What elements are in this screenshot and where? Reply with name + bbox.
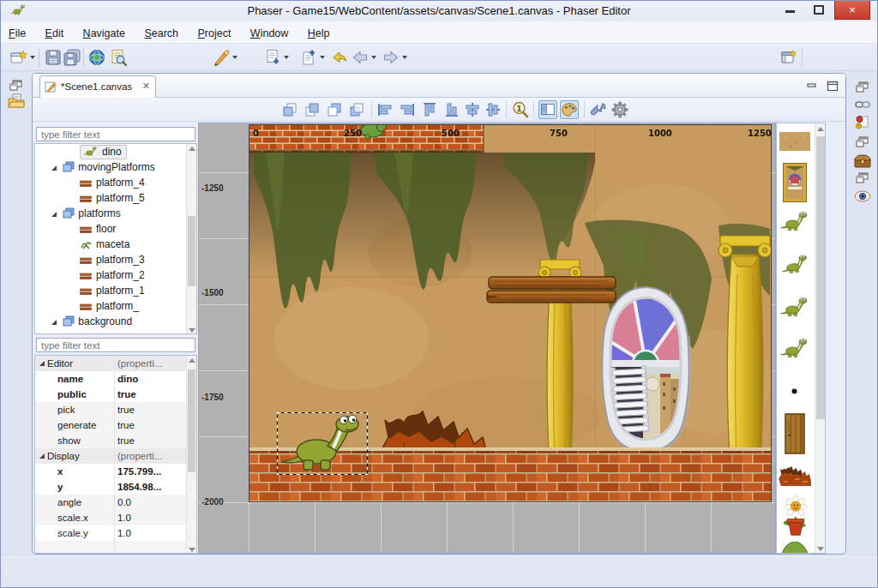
outline-item-platform[interactable]: platform_ — [80, 300, 139, 315]
palette-item-dino-walk-3[interactable] — [779, 336, 811, 362]
scene-canvas[interactable]: 0 250 500 750 1000 1250 — [249, 124, 772, 502]
outline-item-movingplatforms[interactable]: movingPlatforms — [51, 161, 155, 177]
maximize-button[interactable] — [814, 5, 824, 15]
new-wizard-dropdown[interactable] — [30, 56, 35, 59]
outline-item-platform-4[interactable]: platform_4 — [80, 177, 145, 192]
outline-item-platform-2[interactable]: platform_2 — [80, 269, 145, 285]
menu-window[interactable]: Window — [243, 26, 296, 41]
align-left-icon[interactable] — [376, 100, 394, 119]
outline-filter-input[interactable] — [36, 127, 195, 141]
save-all-icon[interactable] — [63, 48, 81, 67]
palette-scrollbar[interactable] — [815, 123, 826, 554]
scrollbar-thumb[interactable] — [188, 216, 195, 286]
align-middle-icon[interactable] — [484, 100, 502, 119]
property-row-scale-x[interactable]: scale.x1.0 — [35, 510, 186, 525]
menu-project[interactable]: Project — [189, 26, 238, 41]
maximize-pane-icon[interactable] — [827, 81, 839, 92]
mark-occurrences-dropdown[interactable] — [232, 56, 238, 59]
scroll-up-icon[interactable] — [189, 358, 195, 363]
mark-occurrences-icon[interactable] — [212, 48, 231, 67]
restore-pane-icon[interactable] — [856, 81, 869, 93]
restore-pane-icon[interactable] — [856, 136, 869, 147]
next-annotation-icon[interactable] — [263, 48, 282, 67]
scroll-up-icon[interactable] — [817, 127, 824, 131]
back-icon[interactable] — [351, 48, 370, 67]
palette-item-wooden-door[interactable] — [785, 411, 805, 456]
link-icon[interactable] — [855, 99, 870, 110]
property-row-generate[interactable]: generatetrue — [35, 417, 186, 433]
forward-dropdown[interactable] — [402, 56, 407, 59]
new-wizard-icon[interactable] — [9, 48, 28, 67]
align-right-icon[interactable] — [398, 100, 417, 119]
outline-item-platform-3[interactable]: platform_3 — [80, 254, 145, 269]
property-category-editor[interactable]: Editor(properti... — [35, 356, 186, 371]
palette-item-dino-sit[interactable] — [779, 252, 811, 276]
palette-item-grass-mound[interactable] — [782, 542, 808, 554]
outline-item-partial[interactable] — [80, 331, 96, 334]
z-order-up-icon[interactable] — [303, 100, 322, 119]
search-icon[interactable] — [109, 48, 128, 67]
save-icon[interactable] — [44, 48, 63, 67]
scrollbar-thumb[interactable] — [188, 369, 195, 472]
outline-item-platform-1[interactable]: platform_1 — [80, 285, 145, 300]
expanded-twisty-icon[interactable] — [51, 211, 57, 218]
minimize-pane-icon[interactable] — [806, 81, 818, 91]
outline-item-platform-5[interactable]: platform_5 — [80, 192, 145, 207]
title-bar[interactable]: Phaser - Game15/WebContent/assets/canvas… — [1, 1, 877, 21]
web-browser-icon[interactable] — [87, 48, 106, 67]
scroll-down-icon[interactable] — [189, 548, 195, 552]
z-order-down-icon[interactable] — [325, 100, 344, 119]
scrollbar-thumb[interactable] — [816, 136, 825, 419]
forward-icon[interactable] — [382, 48, 400, 67]
previous-annotation-dropdown[interactable] — [320, 56, 325, 59]
align-top-icon[interactable] — [420, 100, 439, 119]
outline-item-platforms[interactable]: platforms — [51, 207, 121, 223]
menu-edit[interactable]: Edit — [38, 26, 72, 41]
menu-search[interactable]: Search — [136, 26, 186, 41]
palette-item-flower-pot[interactable] — [783, 495, 809, 538]
property-category-display[interactable]: Display(properti... — [35, 448, 186, 464]
property-row-scale-y[interactable]: scale.y1.0 — [35, 525, 186, 541]
open-perspective-icon[interactable] — [779, 48, 798, 67]
palette-item-framed-picture[interactable] — [783, 163, 807, 202]
align-center-icon[interactable] — [463, 100, 482, 119]
property-row-name[interactable]: namedino — [35, 371, 186, 387]
minimize-button[interactable] — [785, 10, 795, 13]
menu-help[interactable]: Help — [300, 26, 338, 41]
back-dropdown[interactable] — [371, 56, 376, 59]
toggle-side-panel-icon[interactable] — [538, 100, 557, 119]
zoom-restore-icon[interactable]: 1 — [511, 100, 530, 119]
preview-eye-icon[interactable] — [854, 190, 871, 202]
palette-item-dino-walk-2[interactable] — [779, 295, 811, 321]
expanded-twisty-icon[interactable] — [39, 453, 45, 459]
property-row-pick[interactable]: picktrue — [35, 402, 186, 417]
scroll-down-icon[interactable] — [189, 328, 195, 333]
properties-scrollbar[interactable] — [186, 356, 197, 554]
palette-item-dino-walk[interactable] — [779, 209, 811, 235]
toggle-palette-icon[interactable] — [560, 100, 579, 119]
property-row-partial[interactable] — [35, 541, 186, 554]
palette-item-dot[interactable] — [791, 387, 798, 395]
settings-gear-icon[interactable] — [610, 100, 629, 119]
assets-chest-icon[interactable] — [854, 153, 871, 168]
expanded-twisty-icon[interactable] — [51, 319, 57, 326]
last-edit-location-icon[interactable] — [330, 48, 349, 67]
canvas-viewport[interactable]: -1250 -1500 -1750 -2000 — [198, 123, 776, 554]
scroll-down-icon[interactable] — [817, 547, 824, 551]
property-row-show[interactable]: showtrue — [35, 433, 186, 448]
project-explorer-icon[interactable] — [8, 93, 25, 109]
restore-pane-icon[interactable] — [9, 80, 22, 91]
menu-file[interactable]: File — [1, 26, 33, 41]
outline-scrollbar[interactable] — [186, 144, 197, 334]
problems-view-icon[interactable] — [855, 115, 869, 129]
next-annotation-dropdown[interactable] — [284, 56, 289, 59]
tab-close-icon[interactable]: ✕ — [142, 81, 150, 92]
tab-scene1-canvas[interactable]: *Scene1.canvas ✕ — [39, 75, 156, 98]
property-row-y[interactable]: y1854.98... — [35, 479, 186, 495]
scroll-up-icon[interactable] — [189, 147, 195, 151]
property-row-x[interactable]: x175.799... — [35, 464, 186, 479]
property-row-angle[interactable]: angle0.0 — [35, 495, 186, 510]
outline-item-dino[interactable]: dino — [80, 146, 127, 161]
close-button[interactable]: × — [834, 1, 870, 20]
palette-item-broken-bricks[interactable] — [779, 465, 811, 487]
